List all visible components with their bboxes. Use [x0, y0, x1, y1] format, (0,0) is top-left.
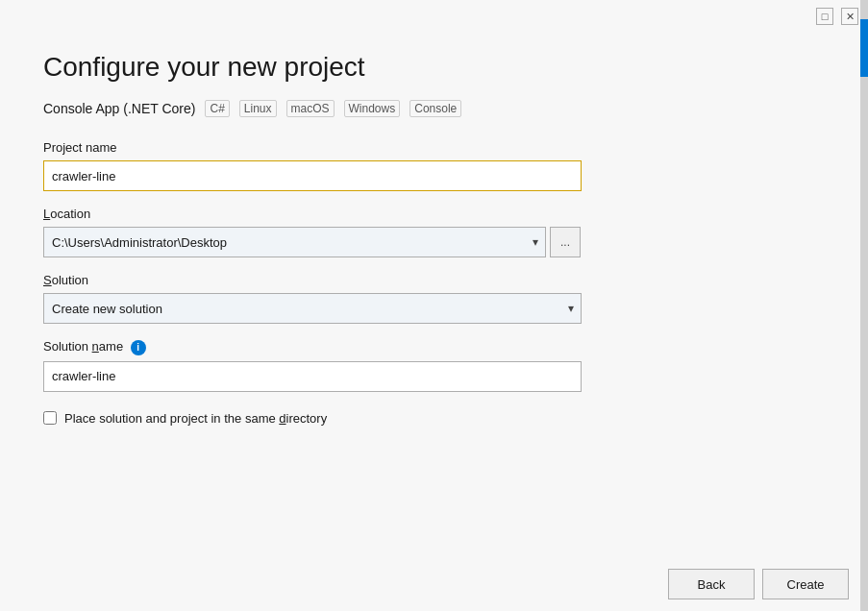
solution-group: Solution Create new solution Add to solu…: [43, 273, 825, 324]
main-content: Configure your new project Console App (…: [0, 33, 868, 557]
page-title: Configure your new project: [43, 52, 825, 83]
location-label: Location: [43, 207, 825, 221]
close-button[interactable]: ✕: [841, 8, 858, 25]
title-bar: □ ✕: [0, 0, 868, 33]
solution-wrapper: Create new solution Add to solution: [43, 293, 582, 324]
solution-name-input[interactable]: [43, 361, 582, 392]
location-group: Location C:\Users\Administrator\Desktop …: [43, 207, 825, 257]
scrollbar-thumb: [860, 19, 868, 77]
browse-button[interactable]: ...: [550, 227, 581, 257]
subtitle-row: Console App (.NET Core) C# Linux macOS W…: [43, 100, 825, 117]
same-directory-checkbox-row: Place solution and project in the same d…: [43, 411, 825, 426]
project-name-group: Project name: [43, 140, 825, 191]
create-button[interactable]: Create: [762, 569, 849, 599]
same-directory-label[interactable]: Place solution and project in the same d…: [64, 411, 327, 426]
solution-name-label: Solution name i: [43, 339, 825, 355]
footer: Back Create: [0, 557, 868, 611]
minimize-button[interactable]: □: [816, 8, 833, 25]
scrollbar[interactable]: [860, 0, 868, 611]
solution-label: Solution: [43, 273, 825, 287]
location-row: C:\Users\Administrator\Desktop ...: [43, 227, 825, 257]
tag-console: Console: [409, 100, 461, 117]
project-name-label: Project name: [43, 140, 825, 155]
location-wrapper: C:\Users\Administrator\Desktop: [43, 227, 546, 257]
solution-name-group: Solution name i: [43, 339, 825, 392]
back-button[interactable]: Back: [668, 569, 755, 599]
same-directory-checkbox[interactable]: [43, 411, 57, 425]
solution-select[interactable]: Create new solution Add to solution: [43, 293, 582, 324]
tag-windows: Windows: [344, 100, 401, 117]
app-type-label: Console App (.NET Core): [43, 101, 195, 116]
location-select[interactable]: C:\Users\Administrator\Desktop: [43, 227, 546, 257]
tag-linux: Linux: [239, 100, 277, 117]
configure-project-window: □ ✕ Configure your new project Console A…: [0, 0, 868, 611]
solution-name-info-icon: i: [131, 340, 146, 355]
tag-csharp: C#: [205, 100, 229, 117]
project-name-input[interactable]: [43, 160, 582, 191]
tag-macos: macOS: [286, 100, 335, 117]
